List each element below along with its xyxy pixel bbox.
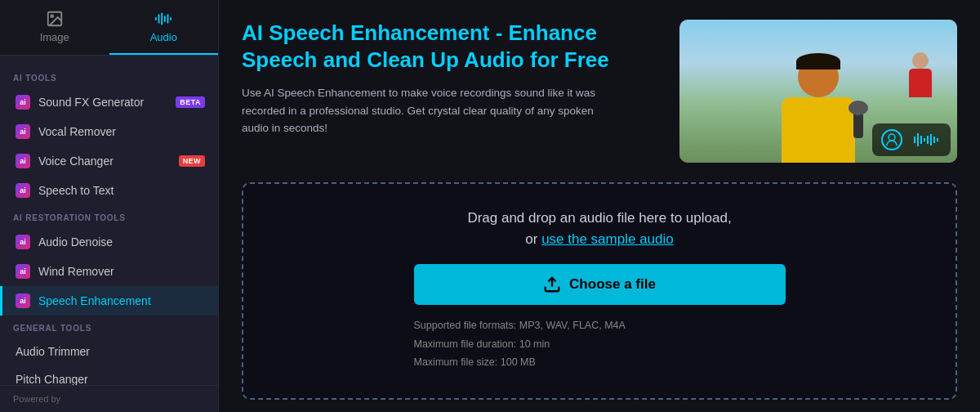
sidebar-item-audio-denoise[interactable]: ai Audio Denoise: [0, 227, 218, 257]
badge-new: NEW: [179, 155, 205, 167]
ai-icon-7: ai: [16, 293, 30, 308]
sidebar-footer: Powered by: [0, 385, 218, 412]
hero-image: [679, 20, 957, 163]
powered-by-label: Powered by: [13, 394, 60, 404]
sidebar-item-pitch-changer-label: Pitch Changer: [16, 373, 88, 385]
supported-formats: Supported file formats: MP3, WAV, FLAC, …: [414, 316, 786, 335]
sidebar-item-speech-to-text-label: Speech to Text: [38, 184, 114, 197]
sidebar-item-pitch-changer[interactable]: Pitch Changer: [0, 365, 218, 385]
choose-file-button[interactable]: Choose a file: [414, 264, 786, 305]
sidebar-item-audio-denoise-label: Audio Denoise: [38, 235, 113, 249]
ai-icon-3: ai: [16, 154, 30, 168]
svg-point-3: [889, 134, 895, 141]
sidebar-item-audio-trimmer[interactable]: Audio Trimmer: [0, 338, 218, 365]
sidebar-item-sound-fx-label: Sound FX Generator: [38, 96, 144, 109]
restoration-section-label: AI RESTORATION TOOLS: [0, 205, 218, 227]
sidebar-item-wind-remover[interactable]: ai Wind Remover: [0, 257, 218, 286]
svg-point-2: [882, 130, 902, 150]
upload-sample-text: or use the sample audio: [263, 231, 936, 248]
tab-image[interactable]: Image: [0, 0, 109, 55]
ai-icon-6: ai: [16, 264, 30, 279]
max-duration: Maximum file duration: 10 min: [414, 335, 786, 354]
main-content: AI Speech Enhancement - Enhance Speech a…: [219, 0, 980, 412]
max-size: Maximum file size: 100 MB: [414, 353, 786, 372]
ai-icon: ai: [16, 95, 30, 110]
speech-icon-overlay: [880, 128, 903, 151]
upload-info: Supported file formats: MP3, WAV, FLAC, …: [414, 316, 786, 372]
sidebar: Image Audio AI TOOLS ai Sound FX Generat…: [0, 0, 219, 412]
badge-beta: BETA: [176, 96, 205, 108]
sidebar-item-speech-to-text[interactable]: ai Speech to Text: [0, 176, 218, 205]
audio-icon: [154, 10, 172, 28]
sidebar-tab-bar: Image Audio: [0, 0, 218, 56]
upload-cloud-icon: [543, 275, 561, 293]
upload-drag-text: Drag and drop an audio file here to uplo…: [263, 210, 936, 226]
sidebar-item-sound-fx[interactable]: ai Sound FX Generator BETA: [0, 87, 218, 117]
sidebar-item-voice-changer[interactable]: ai Voice Changer NEW: [0, 146, 218, 176]
sidebar-item-vocal-remover-label: Vocal Remover: [38, 125, 116, 138]
hero-text: AI Speech Enhancement - Enhance Speech a…: [242, 20, 660, 137]
sidebar-item-audio-trimmer-label: Audio Trimmer: [16, 345, 90, 358]
audio-wave-icon: [910, 132, 942, 148]
ai-tools-section-label: AI TOOLS: [0, 65, 218, 87]
page-title: AI Speech Enhancement - Enhance Speech a…: [242, 20, 660, 73]
ai-icon-5: ai: [16, 235, 30, 249]
hero-section: AI Speech Enhancement - Enhance Speech a…: [242, 20, 957, 163]
sidebar-item-vocal-remover[interactable]: ai Vocal Remover: [0, 117, 218, 146]
page-description: Use AI Speech Enhancement to make voice …: [242, 84, 617, 137]
ai-icon-4: ai: [16, 183, 30, 198]
ai-icon-2: ai: [16, 124, 30, 139]
tab-audio-label: Audio: [150, 31, 177, 43]
sidebar-item-voice-changer-label: Voice Changer: [38, 154, 114, 168]
sidebar-content: AI TOOLS ai Sound FX Generator BETA ai V…: [0, 56, 218, 385]
image-icon: [46, 10, 64, 28]
sidebar-item-speech-enhancement[interactable]: ai Speech Enhancement: [0, 286, 218, 316]
sample-audio-link[interactable]: use the sample audio: [541, 231, 674, 247]
sidebar-item-wind-remover-label: Wind Remover: [38, 265, 114, 278]
general-tools-section-label: GENERAL TOOLS: [0, 316, 218, 338]
sidebar-item-speech-enhancement-label: Speech Enhancement: [38, 294, 151, 307]
svg-point-1: [51, 15, 53, 17]
upload-area: Drag and drop an audio file here to uplo…: [242, 182, 957, 400]
tab-audio[interactable]: Audio: [109, 0, 219, 55]
tab-image-label: Image: [40, 31, 69, 43]
